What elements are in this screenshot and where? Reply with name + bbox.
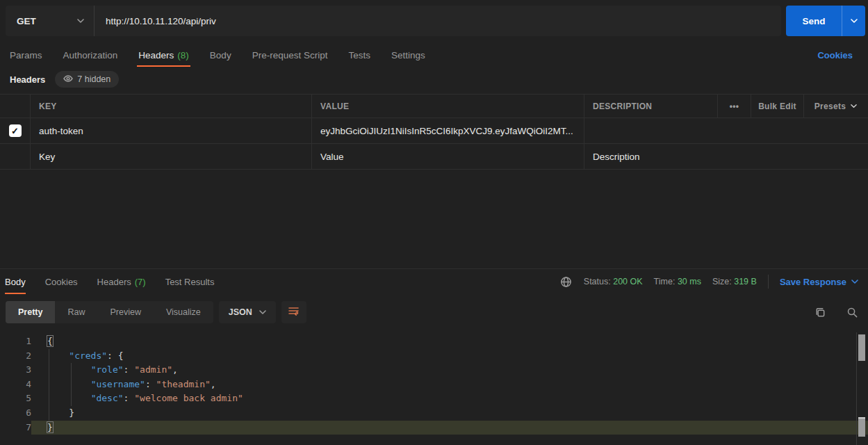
response-tab-cookies[interactable]: Cookies — [45, 269, 78, 294]
row-checkbox-checked[interactable]: ✓ — [9, 124, 22, 137]
time-value: 30 ms — [678, 277, 701, 286]
response-view-bar: Pretty Raw Preview Visualize JSON — [6, 301, 858, 323]
send-button-group: Send — [786, 6, 865, 36]
new-key-input[interactable]: Key — [31, 144, 312, 169]
send-button[interactable]: Send — [786, 6, 842, 36]
scrollbar-thumb[interactable] — [858, 417, 865, 437]
view-visualize-button[interactable]: Visualize — [154, 301, 213, 323]
tab-prerequest-label: Pre-request Script — [252, 50, 328, 60]
description-column-header: DESCRIPTION — [584, 95, 718, 118]
presets-label: Presets — [814, 102, 846, 111]
chevron-down-icon — [851, 103, 858, 110]
header-key-cell[interactable]: auth-token — [31, 118, 312, 143]
time-label: Time: — [654, 277, 675, 286]
response-action-icons — [814, 306, 858, 318]
time-indicator: Time: 30 ms — [654, 277, 701, 286]
chevron-down-icon — [851, 278, 858, 285]
tab-tests[interactable]: Tests — [348, 43, 370, 67]
header-value-cell[interactable]: eyJhbGciOiJIUzI1NiIsInR5cCI6IkpXVCJ9.eyJ… — [312, 118, 584, 143]
request-bar: GET http://10.10.11.120/api/priv Send — [6, 6, 865, 36]
code-line: 7} — [0, 421, 868, 435]
scrollbar-thumb[interactable] — [858, 334, 865, 361]
request-tabs: Params Authorization Headers (8) Body Pr… — [0, 43, 868, 67]
indent-guide — [49, 349, 49, 421]
size-indicator: Size: 319 B — [712, 277, 757, 286]
code-line: 2 "creds": { — [0, 349, 868, 364]
chevron-down-icon — [77, 17, 84, 24]
new-value-input[interactable]: Value — [312, 144, 584, 169]
url-input[interactable]: http://10.10.11.120/api/priv — [95, 6, 781, 36]
url-group: GET http://10.10.11.120/api/priv — [6, 6, 781, 36]
bulk-edit-button[interactable]: Bulk Edit — [751, 95, 804, 118]
headers-table-header: KEY VALUE DESCRIPTION ••• Bulk Edit Pres… — [0, 95, 868, 118]
hidden-headers-label: 7 hidden — [77, 74, 110, 84]
response-tab-test-results[interactable]: Test Results — [165, 269, 215, 294]
cookies-link[interactable]: Cookies — [817, 50, 853, 60]
globe-icon — [560, 275, 573, 288]
response-tab-headers[interactable]: Headers (7) — [97, 269, 146, 294]
save-response-button[interactable]: Save Response — [780, 277, 858, 287]
tab-params-label: Params — [10, 50, 42, 60]
headers-meta: Headers 7 hidden — [10, 70, 119, 88]
headers-table: KEY VALUE DESCRIPTION ••• Bulk Edit Pres… — [0, 94, 868, 170]
tab-authorization-label: Authorization — [63, 50, 118, 60]
hidden-headers-toggle[interactable]: 7 hidden — [55, 71, 119, 88]
code-block: 1{2 "creds": {3 "role": "admin",4 "usern… — [0, 334, 868, 435]
header-description-cell[interactable] — [584, 118, 868, 143]
response-tab-cookies-label: Cookies — [45, 277, 78, 287]
response-tab-body-label: Body — [5, 277, 26, 287]
tab-params[interactable]: Params — [10, 43, 42, 67]
presets-dropdown[interactable]: Presets — [804, 95, 868, 118]
code-line: 6 } — [0, 406, 868, 421]
code-line: 5 "desc": "welcome back admin" — [0, 391, 868, 406]
response-section: Body Cookies Headers (7) Test Results St… — [0, 268, 868, 294]
row-select-cell: ✓ — [0, 118, 31, 143]
response-tabs: Body Cookies Headers (7) Test Results St… — [0, 269, 868, 294]
size-value: 319 B — [734, 277, 757, 286]
wrap-text-button[interactable] — [281, 301, 306, 323]
format-label: JSON — [229, 307, 252, 317]
size-label: Size: — [712, 277, 732, 286]
chevron-down-icon — [259, 309, 266, 316]
line-number: 3 — [0, 363, 31, 378]
view-pretty-button[interactable]: Pretty — [6, 301, 55, 323]
tab-prerequest-script[interactable]: Pre-request Script — [252, 43, 328, 67]
more-options-button[interactable]: ••• — [718, 95, 751, 118]
code-line: 3 "role": "admin", — [0, 363, 868, 378]
response-tab-body[interactable]: Body — [5, 269, 26, 294]
select-column-header — [0, 95, 31, 118]
view-mode-segmented-control: Pretty Raw Preview Visualize — [6, 301, 213, 323]
response-tab-headers-count: (7) — [135, 277, 146, 287]
eye-icon — [63, 74, 73, 86]
key-column-header: KEY — [31, 95, 312, 118]
method-label: GET — [17, 16, 36, 26]
tab-tests-label: Tests — [348, 50, 370, 60]
row-select-cell — [0, 144, 31, 169]
response-meta: Status: 200 OK Time: 30 ms Size: 319 B S… — [560, 275, 858, 289]
view-preview-button[interactable]: Preview — [97, 301, 153, 323]
new-description-input[interactable]: Description — [584, 144, 868, 169]
method-select[interactable]: GET — [6, 6, 95, 36]
format-dropdown[interactable]: JSON — [219, 301, 276, 323]
tab-settings[interactable]: Settings — [391, 43, 425, 67]
tab-settings-label: Settings — [391, 50, 425, 60]
tab-body-label: Body — [210, 50, 231, 60]
response-body-editor[interactable]: 1{2 "creds": {3 "role": "admin",4 "usern… — [0, 332, 868, 445]
divider — [768, 275, 769, 289]
status-indicator: Status: 200 OK — [584, 277, 643, 286]
tab-headers-label: Headers — [138, 50, 174, 60]
tab-headers-count: (8) — [177, 50, 189, 60]
line-number: 6 — [0, 406, 31, 421]
code-line: 4 "username": "theadmin", — [0, 378, 868, 392]
line-number: 5 — [0, 391, 31, 406]
tab-body[interactable]: Body — [210, 43, 231, 67]
tab-authorization[interactable]: Authorization — [63, 43, 118, 67]
view-raw-button[interactable]: Raw — [55, 301, 97, 323]
indent-guide — [71, 363, 72, 406]
response-tab-headers-label: Headers — [97, 277, 131, 287]
search-icon[interactable] — [846, 306, 858, 318]
tab-headers[interactable]: Headers (8) — [138, 43, 189, 67]
copy-icon[interactable] — [814, 306, 826, 318]
line-number: 2 — [0, 349, 31, 364]
send-options-button[interactable] — [842, 6, 865, 36]
